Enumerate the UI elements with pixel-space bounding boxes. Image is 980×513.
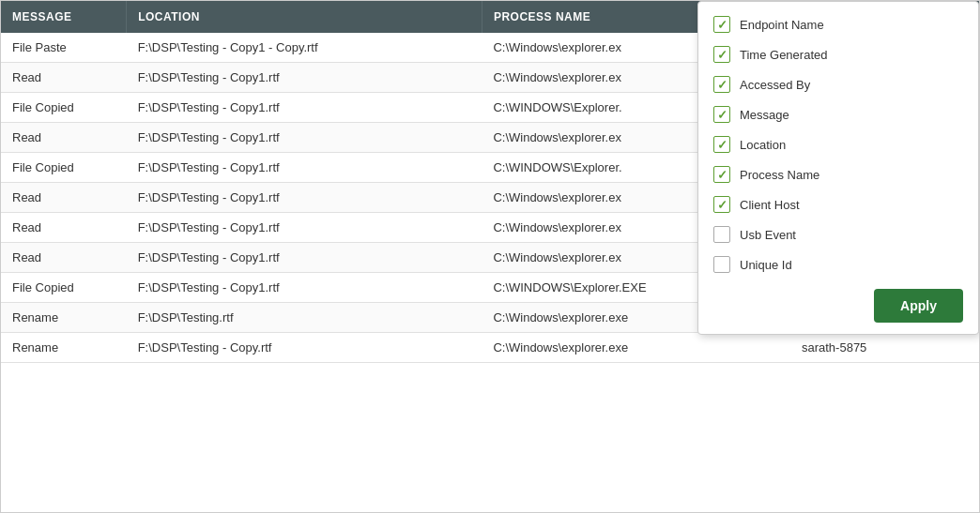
cell-location: F:\DSP\Testing - Copy1.rtf bbox=[127, 63, 482, 93]
cell-message: File Copied bbox=[1, 273, 127, 303]
checkmark-icon: ✓ bbox=[717, 109, 727, 121]
cell-location: F:\DSP\Testing - Copy1.rtf bbox=[127, 273, 482, 303]
checkbox-2[interactable]: ✓ bbox=[713, 76, 730, 93]
dropdown-item[interactable]: Unique Id bbox=[698, 249, 978, 279]
checkbox-1[interactable]: ✓ bbox=[713, 46, 730, 63]
checkbox-0[interactable]: ✓ bbox=[713, 16, 730, 33]
cell-message: File Copied bbox=[1, 93, 127, 123]
dropdown-item-label: Usb Event bbox=[740, 228, 796, 242]
dropdown-item[interactable]: ✓ Time Generated bbox=[698, 39, 978, 69]
checkbox-7[interactable] bbox=[713, 226, 730, 243]
checkbox-3[interactable]: ✓ bbox=[713, 106, 730, 123]
cell-location: F:\DSP\Testing - Copy1.rtf bbox=[127, 93, 482, 123]
dropdown-item[interactable]: ✓ Client Host bbox=[698, 189, 978, 219]
dropdown-item[interactable]: ✓ Location bbox=[698, 129, 978, 159]
dropdown-item[interactable]: ✓ Accessed By bbox=[698, 69, 978, 99]
dropdown-item-label: Accessed By bbox=[740, 78, 810, 92]
checkmark-icon: ✓ bbox=[717, 79, 727, 91]
cell-location: F:\DSP\Testing.rtf bbox=[127, 303, 482, 333]
cell-process: C:\Windows\explorer.exe bbox=[482, 333, 790, 363]
checkmark-icon: ✓ bbox=[717, 169, 727, 181]
cell-location: F:\DSP\Testing - Copy1.rtf bbox=[127, 153, 482, 183]
col-header-message: MESSAGE bbox=[1, 1, 127, 33]
dropdown-item-label: Time Generated bbox=[740, 48, 827, 62]
cell-message: File Copied bbox=[1, 153, 127, 183]
dropdown-item-label: Endpoint Name bbox=[740, 18, 824, 32]
apply-row: Apply bbox=[698, 279, 978, 323]
dropdown-item-label: Client Host bbox=[740, 198, 800, 212]
column-filter-panel: ✓ Endpoint Name ✓ Time Generated ✓ Acces… bbox=[697, 1, 979, 335]
cell-location: F:\DSP\Testing - Copy.rtf bbox=[127, 333, 482, 363]
cell-message: Read bbox=[1, 123, 127, 153]
dropdown-item-label: Process Name bbox=[740, 168, 819, 182]
dropdown-item-label: Message bbox=[740, 108, 789, 122]
checkmark-icon: ✓ bbox=[717, 19, 727, 31]
cell-message: File Paste bbox=[1, 33, 127, 63]
dropdown-item[interactable]: ✓ Endpoint Name bbox=[698, 9, 978, 39]
cell-message: Read bbox=[1, 213, 127, 243]
cell-message: Rename bbox=[1, 303, 127, 333]
checkbox-8[interactable] bbox=[713, 256, 730, 273]
cell-extra: sarath-5875 bbox=[790, 333, 979, 363]
cell-location: F:\DSP\Testing - Copy1.rtf bbox=[127, 183, 482, 213]
col-header-location: LOCATION bbox=[127, 1, 482, 33]
checkmark-icon: ✓ bbox=[717, 139, 727, 151]
dropdown-item-label: Location bbox=[740, 138, 786, 152]
cell-location: F:\DSP\Testing - Copy1 - Copy.rtf bbox=[127, 33, 482, 63]
checkbox-4[interactable]: ✓ bbox=[713, 136, 730, 153]
dropdown-item[interactable]: Usb Event bbox=[698, 219, 978, 249]
cell-location: F:\DSP\Testing - Copy1.rtf bbox=[127, 123, 482, 153]
checkbox-6[interactable]: ✓ bbox=[713, 196, 730, 213]
apply-button[interactable]: Apply bbox=[874, 289, 963, 323]
cell-location: F:\DSP\Testing - Copy1.rtf bbox=[127, 243, 482, 273]
checkmark-icon: ✓ bbox=[717, 199, 727, 211]
dropdown-item[interactable]: ✓ Message bbox=[698, 99, 978, 129]
cell-message: Read bbox=[1, 63, 127, 93]
cell-message: Rename bbox=[1, 333, 127, 363]
main-container: MESSAGE LOCATION PROCESS NAME File Paste… bbox=[0, 0, 980, 513]
cell-location: F:\DSP\Testing - Copy1.rtf bbox=[127, 213, 482, 243]
cell-message: Read bbox=[1, 183, 127, 213]
dropdown-item[interactable]: ✓ Process Name bbox=[698, 159, 978, 189]
checkbox-5[interactable]: ✓ bbox=[713, 166, 730, 183]
dropdown-item-label: Unique Id bbox=[740, 258, 792, 272]
table-row: Rename F:\DSP\Testing - Copy.rtf C:\Wind… bbox=[1, 333, 979, 363]
checkmark-icon: ✓ bbox=[717, 49, 727, 61]
cell-message: Read bbox=[1, 243, 127, 273]
